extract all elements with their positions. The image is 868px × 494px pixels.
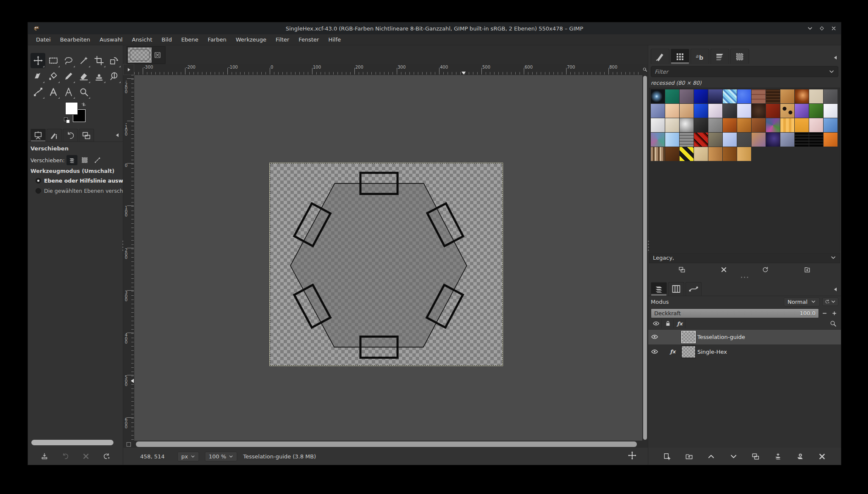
layer-row[interactable]: Tesselation-guide [648,330,841,344]
refresh-patterns-button[interactable] [762,266,769,273]
opacity-increase-button[interactable] [830,308,838,318]
pattern-swatch[interactable] [766,118,780,132]
pattern-swatch[interactable] [665,118,679,132]
tab-patterns[interactable] [671,49,689,64]
radio-pick-layer[interactable]: Ebene oder Hilfslinie auswä [36,178,123,184]
layer-search-button[interactable] [827,319,838,328]
menu-item-ebene[interactable]: Ebene [177,35,203,44]
tab-images[interactable] [79,129,94,142]
panel-menu-icon[interactable] [832,55,838,61]
lock-position-toggle[interactable] [663,319,674,328]
save-tool-preset-button[interactable] [41,452,48,460]
dock-resize-grip[interactable] [648,276,841,279]
pattern-swatch[interactable] [651,147,665,161]
pattern-swatch[interactable] [809,118,823,132]
pattern-swatch[interactable] [665,133,679,147]
tool-eraser[interactable] [76,69,91,84]
tool-measure[interactable] [61,84,76,100]
opacity-decrease-button[interactable] [820,308,829,318]
tab-brushes[interactable] [651,49,669,64]
anchor-layer-button[interactable] [796,452,804,461]
tool-bucket-fill[interactable] [46,69,61,84]
panel-menu-icon[interactable] [114,132,120,138]
pattern-swatch[interactable] [651,118,665,132]
pattern-swatch[interactable] [694,89,708,103]
tab-undo-history[interactable] [63,129,78,142]
pattern-swatch[interactable] [766,133,780,147]
new-layer-button[interactable] [663,452,671,461]
tab-paths[interactable] [686,282,702,296]
menu-item-fenster[interactable]: Fenster [294,35,323,44]
lower-layer-button[interactable] [730,452,738,461]
pattern-swatch[interactable] [723,133,737,147]
layer-thumbnail[interactable] [681,331,696,343]
menu-item-werkzeuge[interactable]: Werkzeuge [231,35,271,44]
vertical-ruler[interactable]: -200-1000100200300400500600 [123,75,134,441]
pattern-collection-dropdown[interactable]: Legacy, [649,253,840,263]
pattern-swatch[interactable] [752,133,766,147]
menu-item-filter[interactable]: Filter [271,35,294,44]
tab-buffers[interactable] [730,49,749,64]
pattern-swatch[interactable] [651,133,665,147]
pattern-swatch[interactable] [680,147,694,161]
zoom-dropdown[interactable]: 100 % [205,452,237,461]
zoom-follow-window-button[interactable] [642,64,648,75]
mode-switch-button[interactable] [822,297,838,306]
pattern-swatch[interactable] [680,104,694,118]
quick-mask-toggle[interactable] [123,441,134,448]
pattern-swatch[interactable] [780,89,794,103]
maximize-button[interactable] [819,25,825,31]
tool-paths[interactable] [30,84,45,100]
pattern-swatch[interactable] [809,133,823,147]
image-tab[interactable] [127,46,166,64]
lock-pixels-toggle[interactable] [651,319,662,328]
close-image-icon[interactable] [154,52,161,58]
pattern-swatch[interactable] [723,118,737,132]
tab-fonts[interactable]: ab [691,49,709,64]
merge-down-button[interactable] [774,452,782,461]
delete-tool-preset-button[interactable] [82,452,90,460]
foreground-color-swatch[interactable] [65,102,78,115]
pattern-swatch[interactable] [694,147,708,161]
reset-tool-options-button[interactable] [103,452,111,460]
horizontal-scrollbar[interactable] [134,441,648,448]
pattern-swatch[interactable] [809,89,823,103]
pattern-swatch[interactable] [665,104,679,118]
pattern-swatch[interactable] [824,89,838,103]
tool-text[interactable] [46,84,61,100]
panel-menu-icon[interactable] [832,286,838,292]
opacity-slider[interactable]: Deckkraft 100.0 [651,308,819,318]
pattern-swatch[interactable] [708,118,722,132]
duplicate-pattern-button[interactable] [678,266,686,273]
tool-paintbrush[interactable] [61,69,76,84]
tool-zoom[interactable] [76,84,91,100]
pattern-swatch[interactable] [795,89,809,103]
pattern-swatch[interactable] [752,118,766,132]
tool-crop[interactable] [91,53,106,68]
lock-alpha-toggle[interactable]: ƒx [674,319,686,328]
canvas-image[interactable] [270,163,503,366]
horizontal-ruler[interactable]: -300-200-1000100200300400500600700800 [134,64,642,75]
pattern-swatch[interactable] [824,118,838,132]
raise-layer-button[interactable] [707,452,715,461]
vertical-scrollbar-thumb[interactable] [643,76,647,440]
layer-mode-dropdown[interactable]: Normal [784,297,820,306]
pattern-swatch[interactable] [708,133,722,147]
close-button[interactable] [831,25,837,31]
tool-move[interactable] [30,53,45,68]
pattern-swatch[interactable] [824,104,838,118]
pattern-swatch[interactable] [737,147,751,161]
tool-options-scrollbar[interactable] [31,440,113,445]
pattern-swatch[interactable] [737,118,751,132]
tool-dodge-burn[interactable] [107,69,122,84]
menu-item-auswahl[interactable]: Auswahl [95,35,127,44]
tool-transform[interactable] [107,53,122,68]
pattern-swatch[interactable] [651,89,665,103]
pattern-swatch[interactable] [694,104,708,118]
unit-dropdown[interactable]: px [177,452,199,461]
navigation-button[interactable] [628,451,637,460]
tool-clone[interactable] [91,69,106,84]
vertical-scrollbar[interactable] [642,75,648,441]
new-layer-group-button[interactable] [685,452,693,461]
pattern-swatch[interactable] [780,118,794,132]
